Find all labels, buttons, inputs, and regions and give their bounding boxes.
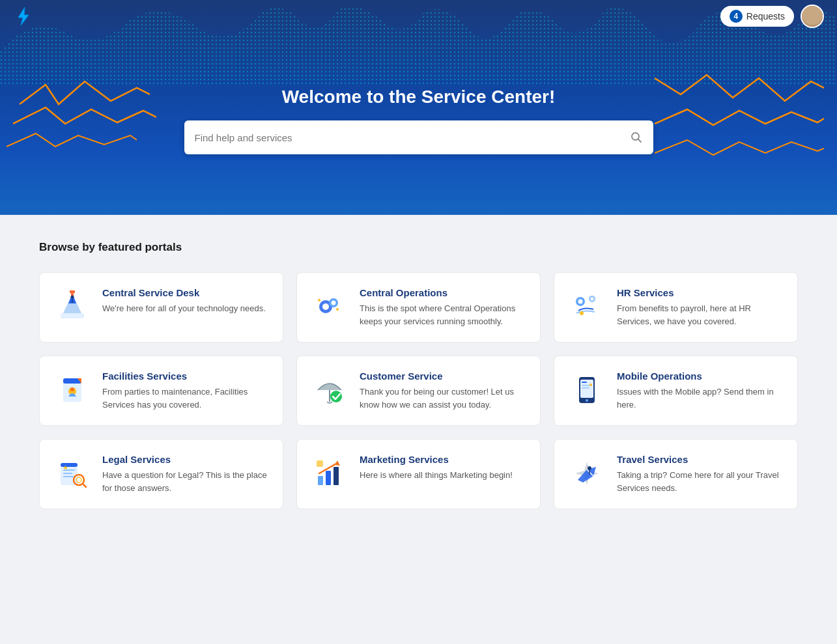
- portal-info-legal-services: Legal Services Have a question for Legal…: [102, 454, 270, 494]
- requests-count: 4: [730, 10, 743, 23]
- portal-desc-5: Issues with the Mobile app? Send them in…: [617, 385, 784, 411]
- svg-point-28: [330, 391, 342, 402]
- portal-icon-travel-services: [567, 454, 606, 493]
- portals-section-title: Browse by featured portals: [39, 241, 798, 254]
- portal-card-facilities-services[interactable]: Facilities Services From parties to main…: [39, 356, 283, 426]
- search-button[interactable]: [630, 131, 643, 144]
- svg-line-3: [638, 139, 641, 143]
- svg-point-25: [70, 387, 74, 391]
- portal-info-mobile-operations: Mobile Operations Issues with the Mobile…: [617, 371, 784, 411]
- portal-icon-hr-services: [567, 287, 606, 326]
- svg-point-20: [591, 298, 594, 301]
- search-bar: [184, 120, 653, 154]
- search-input[interactable]: [195, 132, 630, 143]
- hero-content: Welcome to the Service Center!: [0, 87, 837, 154]
- hero-section: 4 Requests Welcome to the Service Center…: [0, 0, 837, 215]
- svg-point-31: [586, 399, 588, 402]
- svg-rect-8: [70, 290, 75, 293]
- main-content: Browse by featured portals Central Serv: [0, 215, 837, 535]
- svg-point-18: [578, 300, 583, 304]
- portal-icon-customer-service: [310, 371, 349, 410]
- portal-icon-mobile-operations: [567, 371, 606, 410]
- svg-point-35: [589, 384, 592, 386]
- portal-name-0: Central Service Desk: [102, 287, 270, 298]
- portal-info-facilities-services: Facilities Services From parties to main…: [102, 371, 270, 411]
- svg-marker-49: [335, 460, 340, 466]
- portal-name-1: Central Operations: [360, 287, 527, 298]
- portal-card-hr-services[interactable]: HR Services From benefits to payroll, he…: [554, 272, 798, 343]
- svg-point-14: [332, 301, 336, 305]
- hero-title: Welcome to the Service Center!: [13, 87, 824, 107]
- svg-rect-39: [63, 473, 72, 474]
- svg-point-21: [580, 311, 584, 315]
- portal-desc-1: This is the spot where Central Operation…: [360, 302, 527, 328]
- portal-card-central-service-desk[interactable]: Central Service Desk We're here for all …: [39, 272, 283, 343]
- svg-rect-33: [582, 385, 591, 386]
- svg-rect-50: [317, 460, 323, 467]
- portal-info-central-operations: Central Operations This is the spot wher…: [360, 287, 527, 328]
- svg-rect-34: [582, 387, 589, 389]
- portal-card-customer-service[interactable]: Customer Service Thank you for being our…: [296, 356, 541, 426]
- svg-point-9: [71, 296, 74, 299]
- svg-point-16: [336, 308, 339, 311]
- portal-info-hr-services: HR Services From benefits to payroll, he…: [617, 287, 784, 328]
- svg-rect-37: [61, 463, 78, 467]
- portals-grid: Central Service Desk We're here for all …: [39, 272, 798, 509]
- top-right-actions: 4 Requests: [720, 5, 824, 28]
- portal-desc-7: Here is where all things Marketing begin…: [360, 469, 527, 482]
- portal-desc-4: Thank you for being our customer! Let us…: [360, 385, 527, 411]
- portal-card-marketing-services[interactable]: Marketing Services Here is where all thi…: [296, 439, 541, 509]
- portal-card-legal-services[interactable]: Legal Services Have a question for Legal…: [39, 439, 283, 509]
- search-icon: [630, 131, 643, 144]
- portal-icon-legal-services: [53, 454, 92, 493]
- portal-name-8: Travel Services: [617, 454, 784, 465]
- svg-rect-47: [333, 467, 339, 485]
- portal-desc-2: From benefits to payroll, here at HR Ser…: [617, 302, 784, 328]
- svg-rect-38: [63, 469, 75, 471]
- portal-name-3: Facilities Services: [102, 371, 270, 382]
- portal-desc-8: Taking a trip? Come here for all your Tr…: [617, 469, 784, 494]
- portal-info-customer-service: Customer Service Thank you for being our…: [360, 371, 527, 411]
- portal-desc-3: From parties to maintenance, Facilities …: [102, 385, 270, 411]
- portal-info-travel-services: Travel Services Taking a trip? Come here…: [617, 454, 784, 494]
- app-logo: [13, 6, 34, 27]
- portal-name-5: Mobile Operations: [617, 371, 784, 382]
- svg-point-15: [318, 299, 320, 301]
- user-avatar[interactable]: [801, 5, 824, 28]
- svg-point-12: [322, 303, 329, 310]
- portal-info-marketing-services: Marketing Services Here is where all thi…: [360, 454, 527, 482]
- portal-icon-central-service-desk: [53, 287, 92, 326]
- requests-button[interactable]: 4 Requests: [720, 6, 794, 27]
- svg-point-51: [588, 466, 591, 470]
- svg-rect-40: [63, 476, 74, 477]
- svg-rect-32: [582, 382, 587, 383]
- svg-line-43: [83, 484, 86, 487]
- portal-desc-0: We're here for all of your technology ne…: [102, 302, 270, 315]
- portal-icon-marketing-services: [310, 454, 349, 493]
- top-bar: 4 Requests: [0, 0, 837, 33]
- svg-rect-45: [318, 476, 323, 485]
- portal-card-travel-services[interactable]: Travel Services Taking a trip? Come here…: [554, 439, 798, 509]
- portal-card-mobile-operations[interactable]: Mobile Operations Issues with the Mobile…: [554, 356, 798, 426]
- portal-name-4: Customer Service: [360, 371, 527, 382]
- svg-marker-1: [18, 7, 29, 25]
- portal-card-central-operations[interactable]: Central Operations This is the spot wher…: [296, 272, 541, 343]
- portal-name-6: Legal Services: [102, 454, 270, 465]
- svg-rect-46: [326, 471, 331, 485]
- portal-desc-6: Have a question for Legal? This is the p…: [102, 469, 270, 494]
- portal-info-central-service-desk: Central Service Desk We're here for all …: [102, 287, 270, 315]
- requests-label: Requests: [746, 11, 785, 21]
- portal-icon-facilities-services: [53, 371, 92, 410]
- portal-icon-central-operations: [310, 287, 349, 326]
- portal-name-7: Marketing Services: [360, 454, 527, 465]
- svg-rect-4: [61, 313, 84, 318]
- portal-name-2: HR Services: [617, 287, 784, 298]
